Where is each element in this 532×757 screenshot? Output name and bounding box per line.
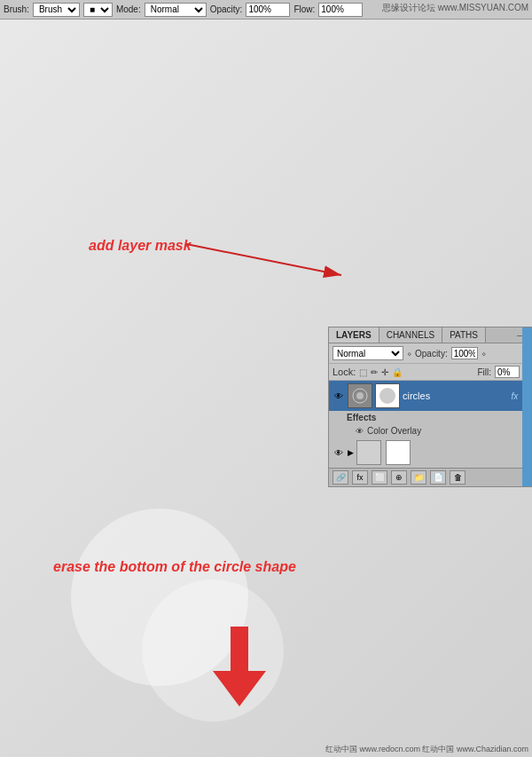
tab-paths[interactable]: PATHS — [442, 327, 486, 343]
svg-line-1 — [186, 244, 341, 275]
down-arrow-container — [204, 627, 275, 708]
layer-row-circles[interactable]: 👁 circles fx ✦ — [329, 381, 531, 411]
tab-channels[interactable]: CHANNELS — [379, 327, 442, 343]
brush-mode-selector[interactable]: ■ — [83, 3, 113, 17]
layer-row-background[interactable]: 👁 ▶ — [329, 438, 531, 468]
blend-mode-select[interactable]: Normal — [332, 346, 403, 360]
delete-layer-btn[interactable]: 🗑 — [450, 470, 466, 485]
bg-layer-expand[interactable]: ▶ — [348, 448, 354, 457]
mask-svg — [376, 384, 399, 407]
brush-label: Brush: — [4, 4, 29, 14]
opacity-label: Opacity: — [210, 4, 243, 14]
lock-icon: Lock: — [332, 367, 356, 377]
flow-input[interactable]: 100% — [318, 3, 363, 17]
svg-point-4 — [356, 392, 364, 399]
color-overlay-row: 👁 Color Overlay — [329, 424, 531, 438]
layer-thumbnail — [348, 383, 372, 408]
layer-name[interactable]: circles — [403, 390, 508, 401]
bg-layer-thumbnail — [356, 440, 381, 465]
opacity-arrow[interactable]: ⬦ — [481, 349, 486, 358]
lock-image-btn[interactable]: ✏ — [371, 367, 378, 377]
thumbnail-svg — [348, 384, 372, 407]
layers-panel: LAYERS CHANNELS PATHS — Normal ⬦ Opacity… — [328, 327, 532, 487]
layers-bottom-toolbar: 🔗 fx ⬜ ⊕ 📁 📄 🗑 — [329, 468, 531, 486]
layer-visibility-eye[interactable]: 👁 — [332, 390, 345, 402]
tab-layers[interactable]: LAYERS — [329, 327, 379, 343]
fill-label: Fill: — [477, 367, 491, 377]
svg-point-6 — [379, 388, 395, 404]
color-overlay-label: Color Overlay — [367, 426, 421, 436]
new-fill-btn[interactable]: ⊕ — [391, 470, 407, 485]
blend-mode-arrow[interactable]: ⬦ — [407, 349, 411, 358]
effects-row: Effects — [329, 411, 531, 424]
lock-all-btn[interactable]: 🔒 — [392, 367, 403, 377]
mode-dropdown[interactable]: Normal — [145, 3, 207, 17]
opacity-input[interactable] — [451, 347, 478, 359]
blend-opacity-row: Normal ⬦ Opacity: ⬦ — [329, 343, 531, 364]
flow-label: Flow: — [293, 4, 315, 14]
instruction-erase: erase the bottom of the circle shape — [53, 559, 296, 575]
layers-tabs: LAYERS CHANNELS PATHS — — [329, 327, 531, 343]
bg-layer-mask — [386, 440, 411, 465]
down-arrow-svg — [204, 627, 275, 706]
watermark-bottom: 红动中国 www.redocn.com 红动中国 www.Chazidian.c… — [325, 744, 528, 755]
mode-label: Mode: — [116, 4, 141, 14]
color-overlay-eye[interactable]: 👁 — [356, 427, 364, 436]
fill-input[interactable] — [495, 366, 520, 378]
svg-marker-8 — [213, 627, 266, 706]
lock-transparent-btn[interactable]: ⬚ — [359, 367, 367, 377]
layer-mask-thumbnail[interactable] — [375, 383, 400, 408]
new-group-btn[interactable]: 📁 — [411, 470, 426, 485]
add-mask-btn[interactable]: ⬜ — [372, 470, 387, 485]
bg-layer-eye[interactable]: 👁 — [332, 446, 345, 459]
opacity-input[interactable]: 100% — [246, 3, 290, 17]
lock-position-btn[interactable]: ✛ — [381, 367, 388, 377]
new-layer-btn[interactable]: 📄 — [430, 470, 446, 485]
bg-layer-scrollbar — [522, 327, 531, 486]
effects-label: Effects — [347, 413, 376, 422]
lock-fill-row: Lock: ⬚ ✏ ✛ 🔒 Fill: ⬦ — [329, 364, 531, 381]
arrow-to-layers — [177, 231, 355, 284]
opacity-label: Opacity: — [415, 349, 448, 359]
watermark-top: 思缘设计论坛 www.MISSYUAN.COM — [382, 2, 528, 14]
brush-selector[interactable]: Brush — [33, 3, 80, 17]
instruction-add-mask: add layer mask — [89, 238, 192, 254]
svg-rect-7 — [357, 441, 380, 464]
link-layers-btn[interactable]: 🔗 — [332, 470, 348, 485]
bg-thumb-svg — [357, 441, 380, 464]
add-style-btn[interactable]: fx — [352, 470, 368, 485]
